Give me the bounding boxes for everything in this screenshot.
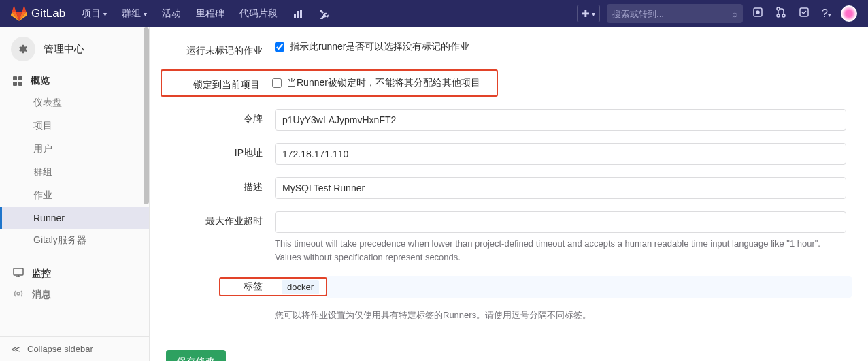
nav-activity[interactable]: 活动 xyxy=(156,3,186,24)
svg-point-6 xyxy=(777,14,780,17)
nav-chart-icon[interactable] xyxy=(287,4,309,23)
svg-point-5 xyxy=(777,7,780,10)
svg-rect-1 xyxy=(297,11,299,18)
lock-label: 锁定到当前项目 xyxy=(169,75,272,91)
brand-text: GitLab xyxy=(31,7,65,20)
sidebar-item-runner[interactable]: Runner xyxy=(0,207,149,229)
sidebar-monitoring[interactable]: 监控 xyxy=(0,263,149,284)
plus-icon: ✚ xyxy=(582,8,590,19)
desc-label: 描述 xyxy=(166,177,275,193)
svg-rect-2 xyxy=(300,10,302,18)
sidebar-header: 管理中心 xyxy=(0,27,149,71)
collapse-icon: ≪ xyxy=(11,344,20,354)
broadcast-icon xyxy=(13,288,24,301)
main-nav: 项目▾ 群组▾ 活动 里程碑 代码片段 xyxy=(76,3,335,24)
overview-icon xyxy=(13,76,22,86)
chevron-down-icon: ▾ xyxy=(592,10,595,18)
save-button[interactable]: 保存修改 xyxy=(166,350,226,362)
sidebar-messages[interactable]: 消息 xyxy=(0,284,149,305)
todos-icon[interactable] xyxy=(796,4,812,23)
timeout-input[interactable] xyxy=(275,211,846,233)
gear-icon xyxy=(11,37,35,61)
collapse-sidebar[interactable]: ≪ Collapse sidebar xyxy=(0,336,149,361)
chevron-down-icon: ▾ xyxy=(103,10,107,18)
sidebar-item-gitaly[interactable]: Gitaly服务器 xyxy=(0,229,149,252)
timeout-label: 最大作业超时 xyxy=(166,211,275,227)
tag-value[interactable]: docker xyxy=(282,280,319,294)
svg-point-10 xyxy=(17,292,20,295)
svg-point-4 xyxy=(756,11,759,14)
token-input[interactable] xyxy=(275,109,846,131)
user-avatar[interactable] xyxy=(841,5,857,22)
topbar: GitLab 项目▾ 群组▾ 活动 里程碑 代码片段 ✚▾ ⌕ ?▾ xyxy=(0,0,868,27)
issues-icon[interactable] xyxy=(750,4,766,23)
sidebar-overview[interactable]: 概览 xyxy=(0,71,149,91)
sidebar-item-projects[interactable]: 项目 xyxy=(0,114,149,138)
nav-milestones[interactable]: 里程碑 xyxy=(190,3,230,24)
search-box[interactable]: ⌕ xyxy=(607,4,743,23)
nav-groups[interactable]: 群组▾ xyxy=(116,3,152,24)
lock-highlight: 锁定到当前项目 当Runner被锁定时，不能将其分配给其他项目 xyxy=(161,69,498,97)
sidebar-item-users[interactable]: 用户 xyxy=(0,138,149,161)
token-label: 令牌 xyxy=(166,109,275,125)
new-button[interactable]: ✚▾ xyxy=(577,5,600,22)
monitor-icon xyxy=(13,267,24,280)
tags-input[interactable] xyxy=(327,276,852,298)
nav-projects[interactable]: 项目▾ xyxy=(76,3,112,24)
sidebar-title: 管理中心 xyxy=(44,43,84,56)
timeout-help: This timeout will take precedence when l… xyxy=(275,237,846,264)
logo[interactable]: GitLab xyxy=(11,5,65,22)
ip-label: IP地址 xyxy=(166,143,275,159)
sidebar-item-groups[interactable]: 群组 xyxy=(0,161,149,184)
sidebar: 管理中心 概览 仪表盘 项目 用户 群组 作业 Runner Gitaly服务器… xyxy=(0,27,150,361)
search-input[interactable] xyxy=(612,9,732,19)
nav-wrench-icon[interactable] xyxy=(313,4,335,23)
tags-label: 标签 xyxy=(220,281,275,293)
untagged-desc: 指示此runner是否可以选择没有标记的作业 xyxy=(290,41,469,53)
sidebar-item-jobs[interactable]: 作业 xyxy=(0,184,149,207)
chevron-down-icon: ▾ xyxy=(144,10,147,18)
scrollbar[interactable] xyxy=(144,27,149,204)
gitlab-icon xyxy=(11,5,27,22)
ip-input[interactable] xyxy=(275,143,846,165)
tags-highlight: 标签 docker xyxy=(219,277,327,296)
tags-help: 您可以将作业设置为仅使用具有特定标签的Runners。请使用逗号分隔不同标签。 xyxy=(275,309,846,322)
untagged-checkbox[interactable] xyxy=(275,42,284,52)
untagged-label: 运行未标记的作业 xyxy=(166,41,275,57)
main-content: 运行未标记的作业 指示此runner是否可以选择没有标记的作业 锁定到当前项目 … xyxy=(150,27,868,361)
merge-requests-icon[interactable] xyxy=(773,4,789,23)
lock-desc: 当Runner被锁定时，不能将其分配给其他项目 xyxy=(287,77,480,89)
topbar-right: ✚▾ ⌕ ?▾ xyxy=(577,4,857,23)
sidebar-item-dashboard[interactable]: 仪表盘 xyxy=(0,91,149,114)
divider xyxy=(166,336,852,336)
help-icon[interactable]: ?▾ xyxy=(819,5,834,22)
svg-rect-0 xyxy=(294,14,296,18)
desc-input[interactable] xyxy=(275,177,846,199)
svg-point-7 xyxy=(782,14,785,17)
lock-checkbox[interactable] xyxy=(272,78,282,88)
search-icon: ⌕ xyxy=(732,8,737,19)
svg-rect-9 xyxy=(14,268,23,275)
nav-snippets[interactable]: 代码片段 xyxy=(234,3,283,24)
